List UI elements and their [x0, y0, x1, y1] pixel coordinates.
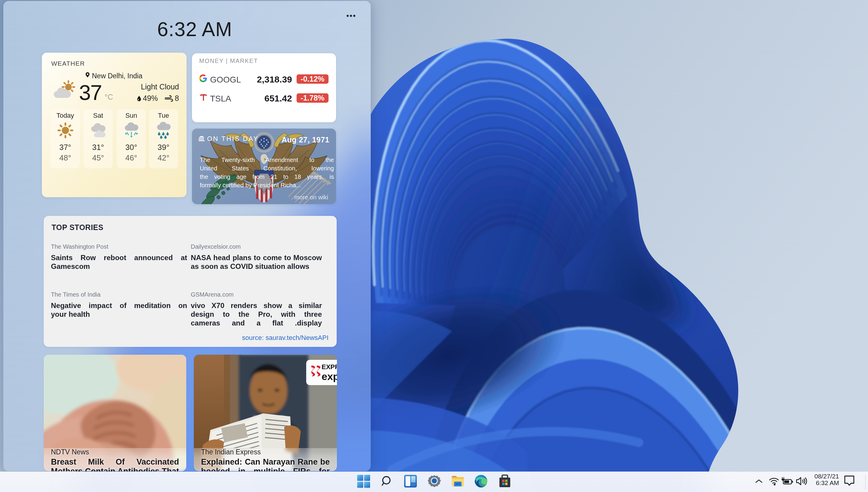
svg-text:EXPRES: EXPRES — [322, 363, 337, 371]
svg-text:exp: exp — [322, 371, 337, 382]
